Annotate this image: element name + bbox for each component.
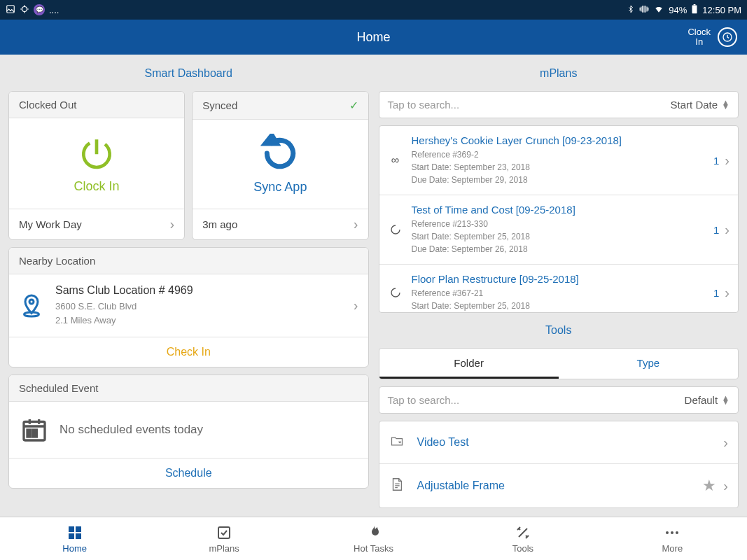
chat-icon: 💬: [34, 4, 45, 15]
event-header: Scheduled Event: [19, 382, 98, 394]
tab-folder[interactable]: Folder: [379, 349, 559, 379]
tools-search-placeholder: Tap to search...: [388, 394, 460, 406]
app-header: Home Clock In: [0, 20, 747, 55]
svg-marker-6: [265, 135, 277, 144]
nav-more[interactable]: More: [598, 517, 747, 560]
chevron-right-icon: ›: [725, 153, 729, 169]
svg-rect-15: [76, 526, 81, 532]
nav-hot-tasks[interactable]: Hot Tasks: [299, 517, 448, 560]
sort-arrows-icon: ▲▼: [722, 101, 729, 108]
location-pin-icon: [19, 293, 44, 318]
clock-in-button[interactable]: Clock In: [9, 118, 184, 209]
svg-point-20: [671, 531, 673, 534]
status-more: ....: [49, 5, 59, 15]
svg-rect-16: [69, 533, 74, 539]
mplans-search[interactable]: Tap to search... Start Date ▲▼: [379, 91, 739, 118]
search-placeholder: Tap to search...: [388, 99, 460, 111]
svg-rect-13: [33, 435, 36, 437]
location-name: Sams Club Location # 4969: [55, 284, 342, 297]
battery-percent: 94%: [669, 5, 687, 15]
power-icon: [77, 133, 116, 172]
wifi-icon: [653, 4, 664, 16]
calendar-icon: [20, 416, 48, 444]
clock-time: 12:50 PM: [702, 5, 741, 15]
location-distance: 2.1 Miles Away: [55, 314, 342, 328]
check-icon: ✓: [349, 99, 358, 112]
tool-item[interactable]: Video Test ›: [379, 421, 739, 464]
sort-arrows-icon: ▲▼: [722, 396, 729, 404]
location-row[interactable]: Sams Club Location # 4969 3600 S.E. Club…: [9, 274, 368, 337]
svg-rect-12: [27, 435, 31, 437]
tools-search[interactable]: Tap to search... Default ▲▼: [379, 386, 739, 414]
synced-header: Synced: [202, 99, 237, 111]
vibrate-icon: [639, 4, 649, 16]
svg-rect-11: [33, 430, 36, 432]
svg-point-21: [676, 531, 678, 534]
location-header: Nearby Location: [19, 255, 95, 267]
status-icon: [20, 4, 29, 16]
spinner-icon: [388, 224, 403, 235]
folder-icon: [389, 434, 407, 451]
more-icon: [664, 524, 680, 541]
chevron-right-icon: ›: [354, 216, 358, 232]
mplans-title: mPlans: [379, 63, 739, 84]
event-empty-text: No scheduled events today: [60, 423, 203, 437]
svg-rect-0: [7, 5, 15, 13]
bottom-nav: Home mPlans Hot Tasks Tools More: [0, 517, 747, 560]
scheduled-event-card: Scheduled Event No scheduled events toda…: [8, 374, 369, 489]
nearby-location-card: Nearby Location Sams Club Location # 496…: [8, 247, 369, 368]
nav-mplans[interactable]: mPlans: [149, 517, 298, 560]
checkbox-icon: [216, 524, 232, 541]
tools-tabs: Folder Type: [379, 348, 739, 379]
svg-point-19: [666, 531, 669, 534]
document-icon: [389, 477, 407, 495]
tools-title: Tools: [379, 320, 739, 341]
clocked-header: Clocked Out: [19, 99, 77, 111]
svg-rect-10: [27, 430, 31, 432]
nav-tools[interactable]: Tools: [448, 517, 597, 560]
plan-item[interactable]: Floor Plan Restructure [09-25-2018] Refe…: [379, 265, 739, 313]
sync-history-button[interactable]: 3m ago ›: [193, 209, 368, 239]
spinner-icon: [388, 287, 403, 298]
nav-home[interactable]: Home: [0, 517, 149, 560]
sync-icon: [260, 134, 300, 173]
synced-card: Synced ✓ Sync App 3m ago ›: [192, 91, 368, 240]
clock-icon: [718, 27, 737, 47]
android-status-bar: 💬 .... 94% 12:50 PM: [0, 0, 747, 20]
svg-point-1: [22, 6, 27, 11]
sync-app-button[interactable]: Sync App: [193, 120, 368, 209]
mplans-list: ∞ Hershey's Cookie Layer Crunch [09-23-2…: [379, 125, 739, 313]
bluetooth-icon: [627, 4, 635, 16]
battery-icon: [691, 4, 698, 16]
svg-rect-3: [694, 4, 696, 5]
star-icon[interactable]: ★: [702, 477, 716, 495]
svg-point-7: [29, 300, 34, 304]
tab-type[interactable]: Type: [559, 349, 738, 379]
chevron-right-icon: ›: [725, 222, 729, 238]
clocked-card: Clocked Out Clock In My Work Day ›: [8, 91, 185, 240]
tools-sort-select[interactable]: Default ▲▼: [685, 394, 729, 406]
chevron-right-icon: ›: [723, 435, 728, 451]
svg-rect-17: [76, 533, 81, 539]
chevron-right-icon: ›: [725, 285, 729, 301]
header-clock-in-button[interactable]: Clock In: [687, 27, 737, 48]
chevron-right-icon: ›: [723, 478, 728, 494]
svg-rect-2: [692, 5, 697, 13]
check-in-button[interactable]: Check In: [9, 337, 368, 367]
page-title: Home: [356, 30, 390, 45]
chevron-right-icon: ›: [354, 298, 358, 314]
chevron-right-icon: ›: [170, 216, 175, 232]
plan-item[interactable]: ∞ Hershey's Cookie Layer Crunch [09-23-2…: [379, 126, 739, 195]
flame-icon: [365, 524, 382, 541]
infinity-icon: ∞: [388, 154, 403, 167]
mplans-sort-select[interactable]: Start Date ▲▼: [671, 99, 729, 111]
svg-rect-14: [69, 526, 74, 532]
plan-item[interactable]: Test of Time and Cost [09-25-2018] Refer…: [379, 195, 739, 265]
tools-list: Video Test › Adjustable Frame ★ ›: [379, 421, 739, 508]
schedule-button[interactable]: Schedule: [9, 458, 368, 488]
my-work-day-button[interactable]: My Work Day ›: [9, 209, 184, 239]
tool-item[interactable]: Adjustable Frame ★ ›: [379, 464, 739, 507]
smart-dashboard-title: Smart Dashboard: [8, 63, 369, 84]
image-icon: [6, 4, 15, 16]
grid-icon: [67, 524, 83, 541]
